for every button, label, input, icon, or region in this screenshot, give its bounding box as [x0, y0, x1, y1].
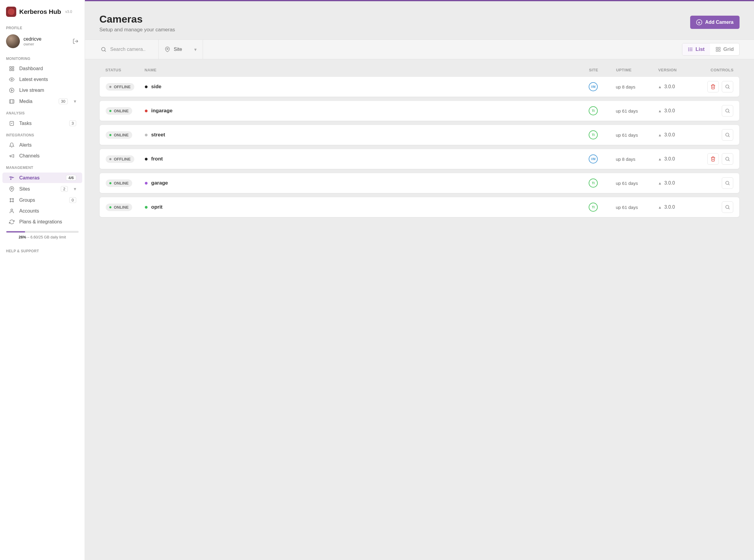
inspect-button[interactable] — [722, 153, 733, 165]
svg-point-34 — [726, 109, 729, 112]
play-icon — [8, 87, 15, 93]
camera-name: street — [151, 132, 165, 138]
sidebar-item-label: Dashboard — [19, 66, 76, 71]
status-text: OFFLINE — [114, 85, 131, 89]
sidebar-item-media[interactable]: Media 30 ▾ — [2, 96, 82, 106]
sidebar-item-sites[interactable]: Sites 2 ▾ — [2, 184, 82, 194]
status-badge: OFFLINE — [106, 83, 134, 91]
sidebar-item-cameras[interactable]: Cameras 4/6 — [2, 173, 82, 183]
th-uptime: UPTIME — [616, 68, 658, 72]
avatar[interactable] — [6, 34, 20, 48]
site-chip[interactable]: VM — [589, 82, 598, 91]
camera-color-dot-icon — [145, 206, 147, 209]
profile-row[interactable]: cedricve owner — [0, 33, 85, 53]
status-text: ONLINE — [114, 109, 128, 113]
camera-name: oprit — [151, 204, 163, 210]
svg-point-27 — [688, 51, 689, 51]
table-row[interactable]: ONLINEgarageTIup 61 days▲3.0.0 — [99, 173, 739, 193]
section-help: HELP & SUPPORT — [0, 245, 85, 256]
sidebar-item-channels[interactable]: Channels — [2, 151, 82, 161]
view-grid-button[interactable]: Grid — [710, 43, 739, 55]
add-camera-button[interactable]: + Add Camera — [690, 16, 739, 29]
sidebar-item-plans[interactable]: Plans & integrations — [2, 217, 82, 227]
version-value: 3.0.0 — [664, 108, 675, 114]
inspect-button[interactable] — [722, 201, 733, 213]
status-badge: ONLINE — [106, 203, 132, 211]
version-value: 3.0.0 — [664, 204, 675, 210]
chevron-down-icon[interactable]: ▾ — [74, 98, 76, 104]
svg-line-20 — [105, 51, 106, 52]
sidebar-item-groups[interactable]: Groups 0 — [2, 195, 82, 205]
uptime-value: up 61 days — [616, 181, 658, 186]
offline-dot-icon — [109, 86, 112, 88]
table-row[interactable]: OFFLINEfrontVMup 8 days▲3.0.0 — [99, 149, 739, 169]
section-integrations: INTEGRATIONS — [0, 129, 85, 140]
site-chip[interactable]: VM — [589, 155, 598, 163]
profile-role: owner — [23, 42, 69, 46]
status-text: ONLINE — [114, 205, 128, 209]
table-row[interactable]: ONLINEstreetTIup 61 days▲3.0.0 — [99, 125, 739, 145]
svg-point-21 — [167, 48, 168, 50]
table-row[interactable]: OFFLINEsideVMup 8 days▲3.0.0 — [99, 77, 739, 97]
delete-button[interactable] — [707, 153, 719, 165]
delete-button[interactable] — [707, 81, 719, 93]
search-icon — [101, 46, 106, 53]
view-list-label: List — [696, 46, 705, 53]
tasks-badge: 3 — [69, 120, 76, 126]
chevron-down-icon: ▾ — [194, 47, 197, 53]
status-text: ONLINE — [114, 181, 128, 185]
sidebar-item-label: Plans & integrations — [19, 219, 76, 225]
section-analysis: ANALYSIS — [0, 107, 85, 118]
table-row[interactable]: ONLINEingarageTIup 61 days▲3.0.0 — [99, 101, 739, 121]
user-icon — [8, 208, 15, 214]
sidebar-item-tasks[interactable]: Tasks 3 — [2, 118, 82, 128]
search-icon — [725, 156, 730, 162]
sidebar-item-alerts[interactable]: Alerts — [2, 140, 82, 150]
svg-rect-28 — [716, 47, 718, 49]
stack-icon: ▲ — [658, 133, 662, 137]
dashboard-icon — [8, 66, 15, 71]
logout-icon[interactable] — [73, 38, 79, 44]
sidebar-item-dashboard[interactable]: Dashboard — [2, 63, 82, 74]
app-version: v3.0 — [65, 9, 72, 14]
site-chip[interactable]: TI — [589, 203, 598, 212]
view-list-button[interactable]: List — [682, 43, 710, 55]
inspect-button[interactable] — [722, 177, 733, 189]
table-row[interactable]: ONLINEopritTIup 61 days▲3.0.0 — [99, 197, 739, 217]
site-chip[interactable]: TI — [589, 179, 598, 187]
camera-icon — [8, 175, 15, 181]
checklist-icon — [8, 121, 15, 126]
film-icon — [8, 99, 15, 104]
search-input[interactable] — [110, 47, 152, 52]
sidebar-item-accounts[interactable]: Accounts — [2, 206, 82, 216]
svg-point-12 — [11, 179, 11, 179]
svg-point-19 — [101, 47, 105, 51]
logo[interactable]: Kerberos Hub v3.0 — [0, 0, 85, 22]
section-profile: PROFILE — [0, 22, 85, 33]
site-chip[interactable]: TI — [589, 106, 598, 115]
uptime-value: up 8 days — [616, 84, 658, 89]
filter-bar: Site ▾ List Grid — [85, 39, 754, 59]
inspect-button[interactable] — [722, 105, 733, 117]
site-filter-label: Site — [174, 47, 189, 52]
view-toggle: List Grid — [682, 43, 739, 56]
usage-bar — [6, 231, 79, 233]
sidebar-item-latest-events[interactable]: Latest events — [2, 74, 82, 85]
inspect-button[interactable] — [722, 81, 733, 93]
camera-color-dot-icon — [145, 158, 147, 160]
svg-point-18 — [11, 209, 13, 211]
version-value: 3.0.0 — [664, 180, 675, 186]
sites-badge: 2 — [61, 186, 68, 192]
usage-fill — [6, 231, 25, 233]
site-chip[interactable]: TI — [589, 131, 598, 139]
svg-point-32 — [726, 85, 729, 88]
inspect-button[interactable] — [722, 129, 733, 141]
uptime-value: up 61 days — [616, 133, 658, 138]
pin-icon — [165, 47, 170, 52]
site-filter[interactable]: Site ▾ — [159, 40, 203, 59]
svg-line-37 — [729, 136, 729, 137]
search-cell[interactable] — [99, 40, 159, 59]
chevron-down-icon[interactable]: ▾ — [74, 186, 76, 192]
svg-rect-8 — [9, 100, 14, 103]
sidebar-item-live-stream[interactable]: Live stream — [2, 85, 82, 96]
